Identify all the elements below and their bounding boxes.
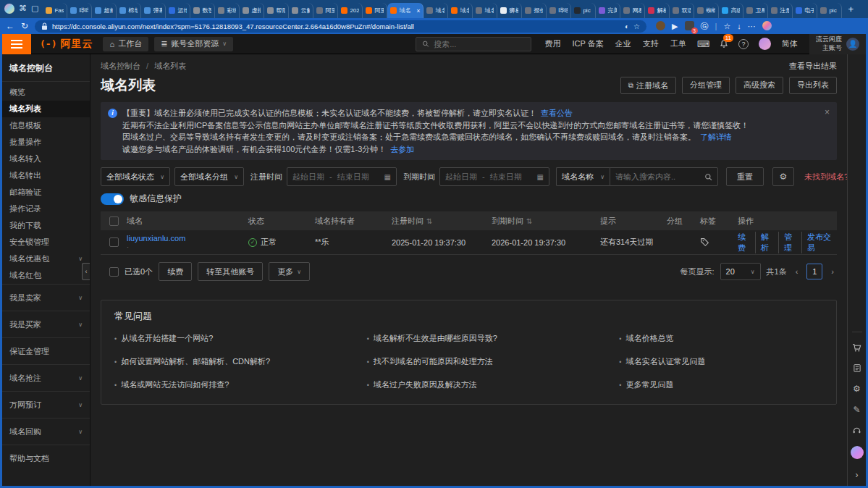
sidebar-item[interactable]: 我是卖家 ∨ <box>2 284 90 311</box>
browser-tab[interactable]: 帮助 × <box>264 3 289 18</box>
window-minimize-button[interactable]: – <box>859 0 868 16</box>
page-action-button[interactable]: ⧉ 高级搜索 <box>736 77 783 94</box>
topbar-link[interactable]: 企业 <box>610 38 637 49</box>
rail-collapse-icon[interactable]: › <box>856 470 859 480</box>
copilot-icon[interactable] <box>762 21 772 32</box>
browser-tab[interactable]: 高级 × <box>719 3 743 18</box>
browser-tab[interactable]: pic × <box>571 3 596 18</box>
cloudshell-icon[interactable]: ⌨ <box>692 39 715 49</box>
downloads-icon[interactable]: ↓ <box>737 22 741 30</box>
next-page-icon[interactable]: › <box>828 267 837 276</box>
breadcrumb-root[interactable]: 域名控制台 <box>101 62 140 70</box>
domain-link[interactable]: liuyunxianlu.com <box>127 234 185 243</box>
per-page-select[interactable]: 20 ∨ <box>720 263 761 280</box>
bookmark-star-icon[interactable]: ☆ <box>633 22 640 30</box>
account-scope-dropdown[interactable]: ≣ 账号全部资源 ∨ <box>154 37 233 51</box>
browser-tab[interactable]: 阿里 × <box>363 3 387 18</box>
browser-tab[interactable]: 卫星 × <box>743 3 768 18</box>
workspaces-icon[interactable]: ⌘ <box>19 4 27 13</box>
back-icon[interactable]: ← <box>6 21 14 31</box>
browser-tab[interactable]: Fast × <box>43 3 67 18</box>
browser-tab[interactable]: 蜘蛛 × <box>694 3 719 18</box>
browser-tab[interactable]: 棉胡 × <box>117 3 141 18</box>
table-header-cell[interactable]: 域名持有者 ⇅ <box>315 216 392 227</box>
sidebar-item[interactable]: 域名回购 ∨ <box>2 418 90 445</box>
browser-tab[interactable]: 注册 × <box>768 3 793 18</box>
domain-status-select[interactable]: 全部域名状态∨ <box>101 167 170 186</box>
table-header-cell[interactable]: 操作 ⇅ <box>738 216 837 227</box>
domain-search-input[interactable] <box>615 172 701 181</box>
browser-tab[interactable]: 域名 × <box>387 3 424 18</box>
tag-cell[interactable] <box>700 237 738 247</box>
browser-tab[interactable]: 弹幕 × <box>141 3 166 18</box>
sidebar-item[interactable]: 我的下载 ∨ <box>2 217 90 234</box>
table-header-cell[interactable]: 分组 ⇅ <box>667 216 700 227</box>
table-header-cell[interactable]: 标签 ⇅ <box>700 216 738 227</box>
row-checkbox[interactable] <box>109 237 119 247</box>
account-menu[interactable]: 流云闲鹿 主账号 👤 <box>809 34 866 54</box>
sensitive-info-toggle[interactable] <box>101 193 124 205</box>
page-action-button[interactable]: ⧉ 分组管理 <box>682 77 730 94</box>
notice-link[interactable]: 查看公告 <box>541 109 573 117</box>
sidebar-item[interactable]: 安全锁管理 ∨ <box>2 234 90 251</box>
page-action-button[interactable]: ⧉ 注册域名 <box>620 77 676 94</box>
domain-search-box[interactable] <box>610 167 718 186</box>
sidebar-item[interactable]: 概览 ∨ <box>2 84 90 101</box>
hamburger-menu-icon[interactable] <box>2 34 31 54</box>
document-icon[interactable] <box>853 363 861 373</box>
app-avatar-icon[interactable] <box>754 38 776 50</box>
sidebar-item[interactable]: 域名优惠包 ∨ <box>2 251 90 267</box>
close-icon[interactable]: × <box>825 106 830 119</box>
notice-link[interactable]: 了解详情 <box>700 132 732 141</box>
current-page[interactable]: 1 <box>806 264 822 279</box>
refresh-icon[interactable]: ↻ <box>21 21 28 31</box>
sidebar-item[interactable]: 帮助与文档 ∨ <box>2 445 90 471</box>
extension-badge-icon[interactable]: 3 <box>685 21 694 32</box>
cart-icon[interactable] <box>852 343 861 353</box>
table-header-cell[interactable]: 域名 ⇅ <box>127 216 248 227</box>
sidebar-item[interactable]: 域名转入 ∨ <box>2 151 90 167</box>
exp-date-range-input[interactable]: 起始日期 - 结束日期 ▦ <box>439 167 549 186</box>
language-switcher[interactable]: 简体 <box>776 38 804 49</box>
faq-link[interactable]: 域名价格总览 <box>625 333 673 344</box>
sidebar-item[interactable]: 域名列表 ∨ <box>2 101 90 117</box>
faq-link[interactable]: 域名过户失败原因及解决方法 <box>374 379 477 390</box>
faq-link[interactable]: 域名实名认证常见问题 <box>625 356 705 367</box>
topbar-link[interactable]: 支持 <box>637 38 665 49</box>
sidebar-item[interactable]: 域名抢注 ∨ <box>2 364 90 391</box>
breadcrumb-current[interactable]: 域名列表 <box>154 62 186 70</box>
browser-tab[interactable]: 双语 × <box>670 3 694 18</box>
footer-select-all-checkbox[interactable] <box>109 267 119 277</box>
address-bar[interactable]: https://dc.console.aliyun.com/next/index… <box>35 20 646 33</box>
faq-link[interactable]: 域名或网站无法访问如何排查? <box>121 379 229 390</box>
help-icon[interactable]: ? <box>733 39 754 49</box>
browser-profile-avatar[interactable] <box>4 4 14 14</box>
faq-link[interactable]: 从域名开始搭建一个网站? <box>121 333 213 344</box>
tab-close-icon[interactable]: × <box>416 7 420 14</box>
batch-renew-button[interactable]: 续费 <box>159 262 192 281</box>
browser-tab[interactable]: 202 × <box>338 3 363 18</box>
topbar-link[interactable]: 工单 <box>665 38 692 49</box>
sidebar-item[interactable]: 信息模板 ∨ <box>2 117 90 134</box>
faq-link[interactable]: 更多常见问题 <box>625 379 673 390</box>
row-action-link[interactable]: 发布交易 <box>801 232 837 253</box>
sort-icon[interactable]: ⇅ <box>426 217 432 225</box>
ai-assistant-avatar[interactable] <box>851 446 864 459</box>
prev-page-icon[interactable]: ‹ <box>793 267 801 276</box>
browser-tab[interactable]: pic × <box>817 3 842 18</box>
sidebar-item[interactable]: 万网预订 ∨ <box>2 391 90 418</box>
browser-tab[interactable]: 域名 × <box>424 3 448 18</box>
sidebar-item[interactable]: 批量操作 ∨ <box>2 134 90 151</box>
tag-icon[interactable] <box>700 237 709 247</box>
browser-tab[interactable]: 彩练 × <box>215 3 240 18</box>
topbar-link[interactable]: 费用 <box>539 38 566 49</box>
sidebar-item[interactable]: 邮箱验证 ∨ <box>2 184 90 201</box>
favorites-icon[interactable]: ☆ <box>723 22 730 31</box>
column-settings-button[interactable]: ⚙ <box>772 167 794 186</box>
feedback-pencil-icon[interactable]: ✎ <box>853 405 860 415</box>
more-menu-icon[interactable]: ⋯ <box>748 22 756 31</box>
browser-tab[interactable]: 报价 × <box>522 3 547 18</box>
sidebar-item[interactable]: 操作记录 ∨ <box>2 201 90 217</box>
faq-link[interactable]: 如何设置网站解析、邮箱解析、CDN解析? <box>121 356 270 367</box>
extension-play-icon[interactable]: ▶ <box>672 22 678 31</box>
